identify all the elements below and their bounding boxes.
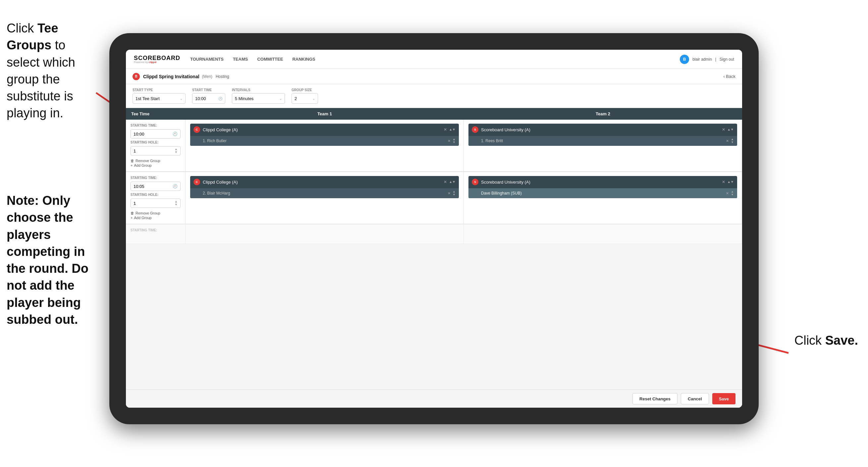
tee-actions-2: 🗑 Remove Group + Add Group	[130, 211, 181, 220]
add-icon-2: +	[130, 216, 132, 220]
logo-scoreboard: SCOREBOARD	[134, 55, 180, 61]
team2-card-1: S Scoreboard University (A) ✕ ▲▼ 1. Rees…	[468, 124, 737, 146]
starting-hole-label-2: STARTING HOLE:	[130, 193, 181, 197]
team2-actions-2: ✕ ▲▼	[722, 180, 734, 184]
player-remove-icon-2-1[interactable]: ✕	[726, 139, 729, 143]
cancel-button[interactable]: Cancel	[681, 393, 709, 404]
time-clock-icon-2: 🕙	[173, 184, 178, 188]
team2-arrows-icon[interactable]: ▲▼	[727, 128, 734, 131]
team2-remove-icon[interactable]: ✕	[722, 127, 725, 132]
tournament-logo: B	[132, 73, 140, 80]
tournament-name: Clippd Spring Invitational	[143, 74, 199, 79]
bottom-bar: Reset Changes Cancel Save	[126, 389, 742, 408]
team2-cell-1: S Scoreboard University (A) ✕ ▲▼ 1. Rees…	[464, 120, 742, 171]
team2-remove-icon-2[interactable]: ✕	[722, 180, 725, 184]
nav-rankings[interactable]: RANKINGS	[292, 55, 315, 63]
remove-icon-1: 🗑	[130, 159, 134, 163]
note-instructions: Note: Only choose the players competing …	[0, 192, 113, 328]
sign-out-link[interactable]: Sign out	[720, 57, 734, 62]
remove-icon-2: 🗑	[130, 211, 134, 215]
team1-actions-1: ✕ ▲▼	[444, 127, 456, 132]
starting-hole-input-1[interactable]: 1 ▲ ▼	[130, 146, 181, 155]
team1-name-1: Clippd College (A)	[203, 127, 441, 132]
back-button[interactable]: ‹ Back	[723, 74, 736, 79]
starting-hole-input-2[interactable]: 1 ▲ ▼	[130, 199, 181, 208]
group-row-2: STARTING TIME: 10:05 🕙 STARTING HOLE: 1 …	[126, 172, 742, 224]
player-row-1-2: 2. Blair McHarg ✕ ▲ ▼	[190, 188, 459, 198]
th-tee-time: Tee Time	[126, 108, 186, 120]
team2-name-2: Scoreboard University (A)	[481, 180, 719, 185]
group-size-input[interactable]: 2 ⌄	[291, 93, 318, 104]
player-row-actions-1-1: ✕ ▲ ▼	[447, 138, 456, 144]
player-remove-icon-2-2[interactable]: ✕	[726, 191, 729, 196]
player-remove-icon-1-1[interactable]: ✕	[447, 139, 451, 143]
click-save-label: Click Save.	[795, 333, 858, 348]
team1-header-2: C Clippd College (A) ✕ ▲▼	[190, 176, 459, 188]
nav-teams[interactable]: TEAMS	[233, 55, 248, 63]
team2-card-2: S Scoreboard University (A) ✕ ▲▼ Dave Bi…	[468, 176, 737, 198]
start-time-input[interactable]: 10:00 🕙	[192, 93, 225, 104]
tablet-frame: SCOREBOARD Powered by clippd TOURNAMENTS…	[109, 33, 759, 424]
group-row-partial: STARTING TIME:	[126, 224, 742, 244]
navbar: SCOREBOARD Powered by clippd TOURNAMENTS…	[126, 50, 742, 69]
tee-time-cell-1: STARTING TIME: 10:00 🕙 STARTING HOLE: 1 …	[126, 120, 186, 171]
player-row-actions-2-1: ✕ ▲ ▼	[726, 138, 734, 144]
nav-tournaments[interactable]: TOURNAMENTS	[190, 55, 224, 63]
player-name-2-1: 1. Rees Britt	[481, 139, 503, 143]
team2-cell-2: S Scoreboard University (A) ✕ ▲▼ Dave Bi…	[464, 172, 742, 224]
start-type-arrow-icon: ⌄	[180, 97, 183, 100]
starting-time-input-1[interactable]: 10:00 🕙	[130, 129, 181, 139]
tournament-gender: (Men)	[202, 74, 212, 79]
click-save-text: Click Save.	[795, 333, 858, 347]
team1-cell-1: C Clippd College (A) ✕ ▲▼ 1. Rich Butler	[186, 120, 464, 171]
team2-header-2: S Scoreboard University (A) ✕ ▲▼	[468, 176, 737, 188]
reset-changes-button[interactable]: Reset Changes	[632, 393, 678, 404]
team1-arrows-icon-2[interactable]: ▲▼	[449, 180, 456, 184]
nav-separator: |	[715, 57, 716, 62]
team1-card-2: C Clippd College (A) ✕ ▲▼ 2. Blair McHar…	[190, 176, 459, 198]
nav-user: B blair admin | Sign out	[680, 55, 734, 64]
start-type-row: Start Type 1st Tee Start ⌄ Start Time 10…	[126, 84, 742, 108]
scroll-area[interactable]: STARTING TIME: 10:00 🕙 STARTING HOLE: 1 …	[126, 120, 742, 389]
add-icon-1: +	[130, 164, 132, 167]
remove-group-btn-2[interactable]: 🗑 Remove Group	[130, 211, 181, 215]
team2-icon-1: S	[472, 126, 478, 133]
start-type-select[interactable]: 1st Tee Start ⌄	[132, 93, 186, 104]
start-time-label: Start Time	[192, 88, 225, 92]
start-type-label: Start Type	[132, 88, 186, 92]
player-down-icon-2-1: ▼	[731, 141, 734, 144]
time-clock-icon-1: 🕙	[173, 132, 178, 136]
player-name-2-2: Dave Billingham (SUB)	[481, 191, 522, 196]
team1-icon-1: C	[193, 126, 200, 133]
intervals-select[interactable]: 5 Minutes ⌄	[232, 93, 285, 104]
team1-icon-2: C	[193, 179, 200, 185]
team1-remove-icon-2[interactable]: ✕	[444, 180, 447, 184]
player-remove-icon-1-2[interactable]: ✕	[447, 191, 451, 196]
save-button[interactable]: Save	[712, 393, 736, 404]
add-group-btn-2[interactable]: + Add Group	[130, 216, 181, 220]
starting-time-input-2[interactable]: 10:05 🕙	[130, 182, 181, 191]
th-team2: Team 2	[464, 108, 742, 120]
add-group-btn-1[interactable]: + Add Group	[130, 164, 181, 167]
team1-actions-2: ✕ ▲▼	[444, 180, 456, 184]
hole-down-icon-1: ▼	[175, 151, 178, 154]
player-name-1-1: 1. Rich Butler	[203, 139, 227, 143]
player-down-icon-1-1: ▼	[453, 141, 456, 144]
hole-down-icon-2: ▼	[175, 203, 178, 206]
nav-committee[interactable]: COMMITTEE	[257, 55, 283, 63]
start-time-group: Start Time 10:00 🕙	[192, 88, 225, 104]
intervals-label: Intervals	[232, 88, 285, 92]
team2-cell-partial	[464, 224, 742, 243]
team2-header-1: S Scoreboard University (A) ✕ ▲▼	[468, 124, 737, 136]
team1-arrows-icon[interactable]: ▲▼	[449, 128, 456, 131]
group-row: STARTING TIME: 10:00 🕙 STARTING HOLE: 1 …	[126, 120, 742, 172]
username: blair admin	[692, 57, 712, 62]
player-row-1-1: 1. Rich Butler ✕ ▲ ▼	[190, 136, 459, 146]
group-size-group: Group Size 2 ⌄	[291, 88, 318, 104]
remove-group-btn-1[interactable]: 🗑 Remove Group	[130, 159, 181, 163]
team2-arrows-icon-2[interactable]: ▲▼	[727, 180, 734, 184]
team2-icon-2: S	[472, 179, 478, 185]
table-header: Tee Time Team 1 Team 2	[126, 108, 742, 120]
team1-remove-icon[interactable]: ✕	[444, 127, 447, 132]
start-time-clock-icon: 🕙	[218, 97, 222, 100]
